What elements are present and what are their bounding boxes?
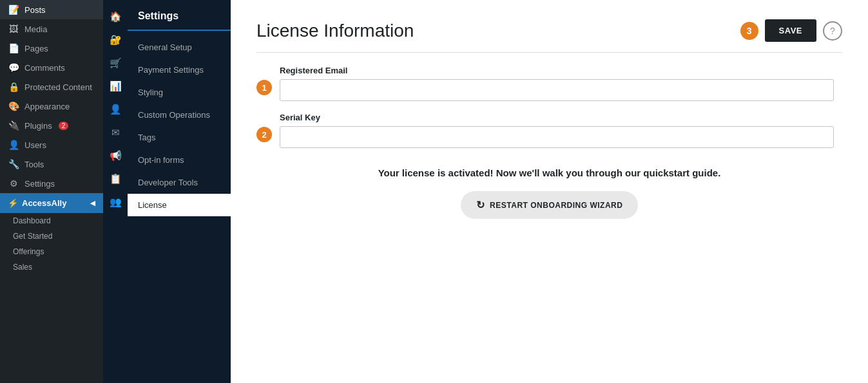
step2-badge: 2 [256, 127, 272, 142]
sidebar-item-protected-content[interactable]: 🔒 Protected Content [0, 77, 103, 97]
sidebar-item-comments[interactable]: 💬 Comments [0, 58, 103, 77]
nav-megaphone-icon[interactable]: 📢 [105, 145, 126, 166]
page-title: License Information [256, 21, 414, 41]
settings-nav-styling[interactable]: Styling [128, 81, 231, 104]
save-button[interactable]: SAVE [765, 19, 816, 42]
registered-email-row: 1 Registered Email [256, 66, 842, 101]
serial-key-wrapper: Serial Key [280, 113, 842, 148]
sidebar-item-users[interactable]: 👤 Users [0, 135, 103, 154]
registered-email-wrapper: Registered Email [280, 66, 842, 101]
settings-nav-general-setup[interactable]: General Setup [128, 36, 231, 59]
restart-onboarding-button[interactable]: ↻ RESTART ONBOARDING WIZARD [461, 191, 639, 219]
step3-badge: 3 [740, 22, 758, 40]
sidebar-item-get-started[interactable]: Get Started [0, 229, 103, 244]
settings-nav-custom-operations[interactable]: Custom Operations [128, 104, 231, 126]
icon-nav: 🏠 🔐 🛒 📊 👤 ✉ 📢 📋 👥 [103, 0, 128, 383]
settings-nav-license[interactable]: License [128, 194, 231, 216]
chevron-icon: ◀ [90, 200, 95, 207]
pages-icon: 📄 [8, 43, 19, 53]
page-header: License Information 3 SAVE ? [256, 19, 842, 53]
help-button[interactable]: ? [823, 21, 842, 41]
sidebar: 📝 Posts 🖼 Media 📄 Pages 💬 Comments 🔒 Pro… [0, 0, 103, 383]
users-icon: 👤 [8, 140, 19, 150]
license-form: 1 Registered Email 2 Serial Key [256, 66, 842, 148]
nav-lock-icon[interactable]: 🔐 [105, 30, 126, 50]
comments-icon: 💬 [8, 62, 19, 73]
plugins-badge: 2 [59, 122, 69, 130]
plugins-icon: 🔌 [8, 120, 19, 131]
sidebar-item-settings[interactable]: ⚙ Settings [0, 174, 103, 193]
step1-badge: 1 [256, 80, 272, 95]
restart-icon: ↻ [476, 199, 485, 211]
restart-button-label: RESTART ONBOARDING WIZARD [490, 201, 622, 210]
settings-nav-developer-tools[interactable]: Developer Tools [128, 171, 231, 194]
settings-icon: ⚙ [8, 178, 19, 189]
appearance-icon: 🎨 [8, 101, 19, 111]
nav-group-icon[interactable]: 👥 [105, 192, 126, 212]
accessally-icon: ⚡ [8, 198, 18, 208]
sidebar-item-posts[interactable]: 📝 Posts [0, 0, 103, 19]
settings-nav-tags[interactable]: Tags [128, 126, 231, 149]
nav-mail-icon[interactable]: ✉ [105, 122, 126, 143]
tools-icon: 🔧 [8, 159, 19, 169]
serial-key-label: Serial Key [280, 113, 842, 122]
registered-email-label: Registered Email [280, 66, 842, 75]
header-actions: 3 SAVE ? [740, 19, 842, 42]
nav-home-icon[interactable]: 🏠 [105, 6, 126, 27]
posts-icon: 📝 [8, 5, 19, 15]
sidebar-item-tools[interactable]: 🔧 Tools [0, 154, 103, 174]
settings-panel: Settings General Setup Payment Settings … [128, 0, 231, 383]
sidebar-item-pages[interactable]: 📄 Pages [0, 39, 103, 58]
sidebar-item-plugins[interactable]: 🔌 Plugins 2 [0, 116, 103, 135]
sidebar-item-offerings[interactable]: Offerings [0, 244, 103, 259]
nav-user-icon[interactable]: 👤 [105, 99, 126, 120]
settings-panel-title: Settings [128, 10, 231, 31]
serial-key-row: 2 Serial Key [256, 113, 842, 148]
media-icon: 🖼 [8, 24, 19, 34]
sidebar-item-appearance[interactable]: 🎨 Appearance [0, 97, 103, 116]
registered-email-input[interactable] [280, 79, 834, 101]
settings-nav-optin-forms[interactable]: Opt-in forms [128, 149, 231, 171]
nav-cart-icon[interactable]: 🛒 [105, 53, 126, 73]
sidebar-item-media[interactable]: 🖼 Media [0, 19, 103, 39]
main-content: License Information 3 SAVE ? 1 Registere… [231, 0, 868, 383]
sidebar-item-dashboard[interactable]: Dashboard [0, 213, 103, 229]
settings-nav-payment-settings[interactable]: Payment Settings [128, 59, 231, 81]
lock-icon: 🔒 [8, 82, 19, 92]
serial-key-input[interactable] [280, 126, 834, 148]
activation-message: Your license is activated! Now we'll wal… [256, 167, 842, 178]
accessally-menu-header[interactable]: ⚡ AccessAlly ◀ [0, 193, 103, 213]
nav-chart-icon[interactable]: 📊 [105, 76, 126, 97]
sidebar-item-sales[interactable]: Sales [0, 259, 103, 275]
nav-document-icon[interactable]: 📋 [105, 169, 126, 189]
